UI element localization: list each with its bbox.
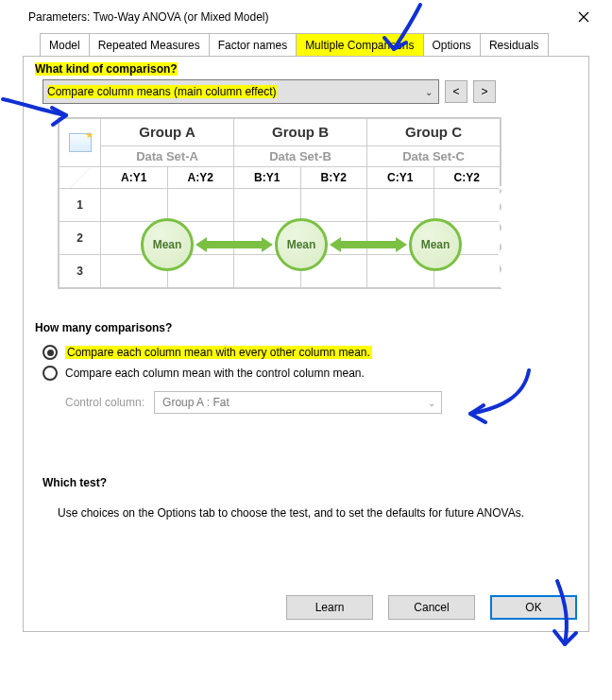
comparison-diagram: Group A Group B Group C Data Set-A Data … bbox=[58, 117, 502, 289]
prev-comparison-button[interactable]: < bbox=[445, 80, 468, 103]
tab-factor-names[interactable]: Factor names bbox=[210, 33, 297, 57]
radio-label: Compare each column mean with every othe… bbox=[65, 346, 372, 359]
how-many-radios: Compare each column mean with every othe… bbox=[24, 338, 588, 387]
cancel-button[interactable]: Cancel bbox=[388, 595, 475, 620]
radio-label: Compare each column mean with the contro… bbox=[65, 367, 365, 380]
control-column-row: Control column: Group A : Fat ⌄ bbox=[24, 387, 588, 414]
learn-button[interactable]: Learn bbox=[286, 595, 373, 620]
titlebar: Parameters: Two-Way ANOVA (or Mixed Mode… bbox=[0, 0, 612, 32]
control-column-value: Group A : Fat bbox=[162, 396, 230, 409]
comparison-dropdown-value: Compare column means (main column effect… bbox=[47, 85, 277, 98]
dialog-content: Model Repeated Measures Factor names Mul… bbox=[23, 32, 589, 684]
tab-repeated-measures[interactable]: Repeated Measures bbox=[90, 33, 210, 57]
tab-frame: What kind of comparison? Compare column … bbox=[23, 56, 589, 632]
window-title: Parameters: Two-Way ANOVA (or Mixed Mode… bbox=[28, 10, 269, 24]
control-column-select: Group A : Fat ⌄ bbox=[154, 391, 442, 414]
tab-multiple-comparisons[interactable]: Multiple Comparisons bbox=[297, 33, 423, 57]
ok-button[interactable]: OK bbox=[490, 595, 577, 620]
heading-which-test: Which test? bbox=[42, 470, 570, 493]
dialog-buttons: Learn Cancel OK bbox=[286, 595, 577, 620]
next-comparison-button[interactable]: > bbox=[473, 80, 496, 103]
radio-icon bbox=[42, 345, 58, 360]
tab-options[interactable]: Options bbox=[424, 33, 481, 57]
radio-every-other[interactable]: Compare each column mean with every othe… bbox=[42, 342, 570, 363]
chevron-down-icon: ⌄ bbox=[428, 398, 435, 408]
heading-how-many: How many comparisons? bbox=[24, 316, 588, 338]
tabstrip: Model Repeated Measures Factor names Mul… bbox=[23, 32, 589, 56]
tab-residuals[interactable]: Residuals bbox=[481, 33, 549, 57]
control-column-label: Control column: bbox=[65, 396, 144, 409]
chevron-down-icon: ⌄ bbox=[425, 87, 433, 97]
radio-control-column[interactable]: Compare each column mean with the contro… bbox=[42, 363, 570, 384]
which-test-section: Which test? Use choices on the Options t… bbox=[24, 470, 588, 522]
close-button[interactable] bbox=[565, 5, 603, 29]
radio-icon bbox=[42, 366, 58, 381]
table-icon bbox=[69, 133, 92, 152]
comparison-dropdown[interactable]: Compare column means (main column effect… bbox=[42, 79, 439, 104]
heading-comparison-kind: What kind of comparison? bbox=[24, 57, 588, 79]
which-test-text: Use choices on the Options tab to choose… bbox=[42, 504, 570, 522]
comparison-dropdown-row: Compare column means (main column effect… bbox=[24, 79, 588, 111]
close-icon bbox=[578, 11, 589, 23]
tab-model[interactable]: Model bbox=[40, 33, 90, 57]
